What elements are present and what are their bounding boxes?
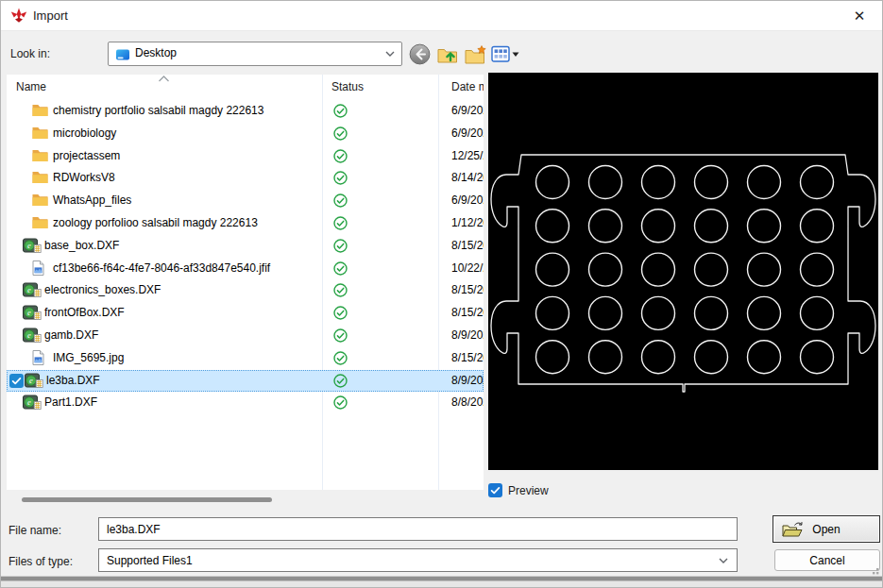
hole-circles bbox=[536, 166, 834, 374]
hole-circle bbox=[801, 210, 834, 243]
dxf-file-icon: e bbox=[23, 282, 42, 297]
status-ok-icon bbox=[333, 239, 348, 253]
back-button[interactable] bbox=[407, 42, 433, 67]
hole-circle bbox=[642, 166, 675, 199]
look-in-value: Desktop bbox=[135, 46, 177, 59]
dxf-preview-drawing bbox=[488, 73, 878, 470]
date-cell: 8/9/2022 bbox=[451, 374, 484, 387]
look-in-label: Look in: bbox=[10, 47, 50, 60]
status-ok-icon bbox=[333, 216, 348, 230]
status-cell bbox=[333, 104, 348, 121]
status-ok-icon bbox=[333, 395, 348, 410]
view-grid-icon bbox=[491, 45, 519, 63]
title-bar: Import ✕ bbox=[1, 1, 882, 31]
file-list-rows: chemistry portfolio salsabil magdy 22261… bbox=[7, 100, 484, 414]
date-cell: 10/22/20 bbox=[451, 261, 484, 275]
file-row[interactable]: ePart1.DXF8/8/2022 bbox=[7, 392, 484, 414]
status-ok-icon bbox=[333, 351, 348, 365]
open-button[interactable]: Open bbox=[773, 515, 880, 543]
date-cell: 12/25/20 bbox=[451, 149, 484, 162]
file-row[interactable]: WhatsApp_files6/9/2022 bbox=[7, 190, 484, 212]
file-row[interactable]: IMG_5695.jpg8/15/202 bbox=[7, 347, 484, 370]
status-ok-icon bbox=[333, 171, 348, 185]
app-logo-icon bbox=[10, 8, 27, 25]
hole-circle bbox=[801, 253, 834, 286]
preview-label: Preview bbox=[508, 484, 549, 497]
status-cell bbox=[333, 193, 348, 210]
file-name-label: File name: bbox=[8, 524, 61, 537]
status-ok-icon bbox=[333, 193, 348, 208]
hole-circle bbox=[642, 253, 675, 286]
look-in-combobox[interactable]: Desktop bbox=[108, 42, 402, 66]
file-name-input[interactable] bbox=[98, 517, 738, 541]
file-name-cell: electronics_boxes.DXF bbox=[44, 283, 161, 296]
svg-text:e: e bbox=[29, 375, 33, 384]
hole-circle bbox=[589, 341, 622, 374]
horizontal-scrollbar-thumb[interactable] bbox=[22, 497, 272, 502]
date-cell: 8/15/202 bbox=[451, 283, 484, 296]
hole-circle bbox=[536, 296, 569, 329]
status-cell bbox=[333, 306, 348, 323]
row-checkbox-icon[interactable] bbox=[9, 374, 24, 388]
hole-circle bbox=[536, 253, 569, 286]
cancel-button[interactable]: Cancel bbox=[774, 549, 880, 571]
hole-circle bbox=[589, 253, 622, 286]
file-row[interactable]: RDWorksV88/14/202 bbox=[7, 167, 484, 190]
plate-outline bbox=[491, 155, 875, 392]
date-cell: 8/15/202 bbox=[451, 351, 484, 364]
hole-circle bbox=[642, 296, 675, 329]
file-name-cell: RDWorksV8 bbox=[53, 171, 115, 184]
open-folder-icon bbox=[782, 521, 803, 538]
file-name-cell: IMG_5695.jpg bbox=[53, 351, 124, 364]
file-row[interactable]: projectassem12/25/20 bbox=[7, 145, 484, 168]
hole-circle bbox=[748, 341, 781, 374]
file-row[interactable]: ele3ba.DXF8/9/2022 bbox=[7, 370, 484, 393]
new-folder-button[interactable] bbox=[463, 42, 488, 67]
status-cell bbox=[333, 351, 348, 368]
files-of-type-select[interactable]: Supported Files1 bbox=[98, 548, 738, 572]
file-row[interactable]: zoology porfolioo salsabil magdy 2226131… bbox=[7, 212, 484, 235]
folder-icon bbox=[32, 148, 48, 162]
status-cell bbox=[333, 126, 348, 143]
date-cell: 8/14/202 bbox=[451, 171, 484, 184]
status-ok-icon bbox=[333, 306, 348, 320]
file-row[interactable]: ebase_box.DXF8/15/202 bbox=[7, 235, 484, 258]
svg-text:e: e bbox=[27, 397, 31, 407]
date-cell: 8/8/2022 bbox=[451, 395, 484, 409]
up-one-level-button[interactable] bbox=[435, 42, 461, 67]
file-row[interactable]: egamb.DXF8/9/2022 bbox=[7, 325, 484, 347]
file-name-cell: WhatsApp_files bbox=[53, 193, 131, 207]
file-row[interactable]: efrontOfBox.DXF8/15/202 bbox=[7, 302, 484, 325]
folder-icon bbox=[32, 126, 48, 140]
hole-circle bbox=[695, 296, 728, 329]
column-header-status[interactable]: Status bbox=[331, 80, 364, 93]
column-header-date[interactable]: Date modified bbox=[451, 80, 484, 93]
checkbox-checked-icon[interactable] bbox=[488, 483, 502, 497]
view-menu-button[interactable] bbox=[489, 42, 521, 67]
status-cell bbox=[333, 328, 348, 345]
sort-ascending-icon bbox=[158, 76, 170, 82]
column-header-name[interactable]: Name bbox=[16, 80, 46, 93]
hole-circle bbox=[589, 166, 622, 199]
svg-text:e: e bbox=[27, 241, 31, 250]
desktop-icon bbox=[115, 47, 130, 62]
file-row[interactable]: cf13be66-f64c-4fe7-8046-af33d847e540.jfi… bbox=[7, 258, 484, 280]
folder-icon bbox=[32, 193, 48, 207]
file-name-cell: gamb.DXF bbox=[44, 328, 98, 342]
file-row[interactable]: eelectronics_boxes.DXF8/15/202 bbox=[7, 279, 484, 302]
dxf-file-icon: e bbox=[23, 305, 42, 320]
hole-circle bbox=[801, 296, 834, 329]
hole-circle bbox=[801, 166, 834, 199]
status-cell bbox=[333, 395, 348, 412]
close-icon[interactable]: ✕ bbox=[844, 3, 875, 29]
preview-toggle[interactable]: Preview bbox=[488, 483, 549, 497]
status-ok-icon bbox=[333, 149, 348, 163]
image-file-icon bbox=[32, 350, 44, 365]
hole-circle bbox=[695, 166, 728, 199]
file-row[interactable]: microbiology6/9/2022 bbox=[7, 123, 484, 145]
date-cell: 8/15/202 bbox=[451, 239, 484, 252]
cancel-button-label: Cancel bbox=[809, 554, 844, 567]
row-checkbox[interactable] bbox=[9, 374, 24, 391]
svg-text:e: e bbox=[27, 285, 31, 294]
file-row[interactable]: chemistry portfolio salsabil magdy 22261… bbox=[7, 100, 484, 123]
